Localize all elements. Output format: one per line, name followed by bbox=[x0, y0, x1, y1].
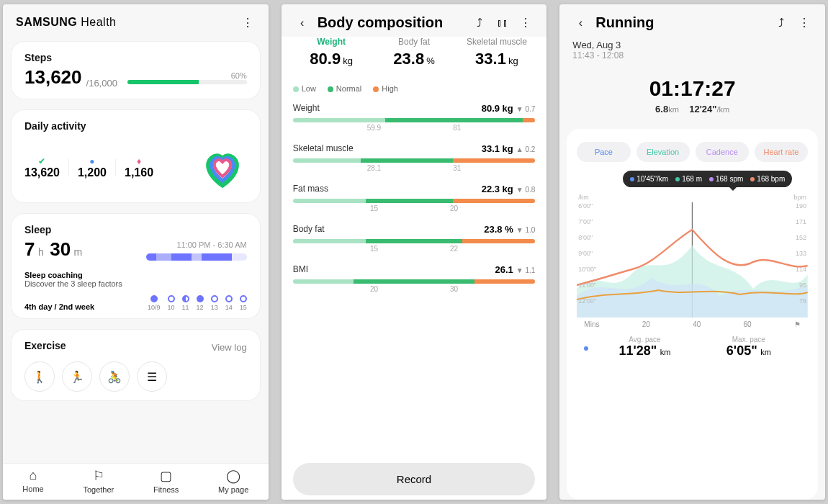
tab-pace[interactable]: Pace bbox=[577, 142, 630, 162]
more-exercises-button[interactable]: ☰ bbox=[137, 361, 167, 392]
flag-icon: ⚑ bbox=[794, 320, 801, 328]
share-icon[interactable]: ⤴ bbox=[773, 15, 789, 31]
brand-health: Health bbox=[81, 16, 116, 28]
tab-cadence[interactable]: Cadence bbox=[696, 142, 749, 162]
record-button[interactable]: Record bbox=[293, 463, 536, 495]
body-composition-screen: ‹ Body composition ⤴ ⫾⫾ ⋮ Weight 80.9kg … bbox=[282, 4, 547, 500]
run-date: Wed, Aug 3 bbox=[572, 40, 812, 50]
chart-tabs: Pace Elevation Cadence Heart rate bbox=[570, 138, 815, 166]
nav-mypage[interactable]: ◯ My page bbox=[218, 468, 248, 494]
nav-fitness[interactable]: ▢ Fitness bbox=[153, 468, 179, 494]
more-icon[interactable]: ⋮ bbox=[796, 15, 812, 31]
back-icon[interactable]: ‹ bbox=[294, 15, 310, 31]
max-pace-label: Max. pace bbox=[697, 336, 801, 343]
metric-row[interactable]: Body fat 23.8 %▼ 1.0 1522 bbox=[282, 220, 547, 260]
chart-icon[interactable]: ⫾⫾ bbox=[495, 15, 510, 31]
cycle-icon: 🚴 bbox=[107, 370, 122, 384]
video-icon: ▢ bbox=[160, 468, 172, 484]
run-header: ‹ Running ⤴ ⋮ bbox=[559, 4, 825, 37]
sleep-day-dot bbox=[150, 295, 158, 302]
page-title: Running bbox=[595, 14, 654, 31]
sleep-day-dot bbox=[211, 295, 218, 302]
running-screen: ‹ Running ⤴ ⋮ Wed, Aug 3 11:43 - 12:08 0… bbox=[559, 4, 825, 500]
exercise-title: Exercise bbox=[24, 340, 66, 351]
more-icon[interactable]: ⋮ bbox=[518, 15, 534, 31]
sleep-hours: 7 bbox=[24, 238, 35, 260]
sleep-day[interactable]: 10/9 bbox=[148, 295, 161, 311]
range-bar bbox=[293, 118, 536, 122]
steps-title: Steps bbox=[24, 52, 247, 63]
range-bar bbox=[293, 199, 536, 203]
sleep-bar bbox=[146, 253, 247, 261]
range-bar bbox=[293, 239, 536, 243]
list-icon: ☰ bbox=[147, 370, 157, 384]
home-header: SAMSUNG Health ⋮ bbox=[3, 4, 269, 36]
range-bar bbox=[293, 158, 536, 163]
view-log-link[interactable]: View log bbox=[212, 342, 247, 353]
flag-icon: ⚐ bbox=[93, 468, 104, 484]
metric-row[interactable]: Weight 80.9 kg▼ 0.7 59.981 bbox=[282, 99, 547, 139]
sleep-day[interactable]: 14 bbox=[225, 295, 233, 311]
run-button[interactable]: 🏃 bbox=[62, 361, 92, 392]
home-icon: ⌂ bbox=[30, 468, 37, 483]
activity-ring-icon bbox=[198, 143, 247, 192]
tab-heartrate[interactable]: Heart rate bbox=[755, 142, 808, 162]
sleep-day[interactable]: 11 bbox=[182, 295, 189, 311]
metrics-list: Weight 80.9 kg▼ 0.7 59.981 Skeletal musc… bbox=[282, 99, 547, 300]
run-summary: 01:17:27 6.8km 12'24"/km bbox=[559, 63, 825, 120]
app-brand: SAMSUNG Health bbox=[16, 16, 116, 29]
brand-samsung: SAMSUNG bbox=[16, 16, 77, 28]
clock-icon: ● bbox=[78, 156, 107, 166]
walk-button[interactable]: 🚶 bbox=[24, 361, 55, 392]
range-bar bbox=[293, 279, 536, 284]
share-icon[interactable]: ⤴ bbox=[472, 15, 487, 31]
sleep-minutes: 30 bbox=[50, 238, 71, 260]
bc-header: ‹ Body composition ⤴ ⫾⫾ ⋮ bbox=[282, 4, 547, 37]
sleep-coach-sub: Discover the 3 sleep factors bbox=[24, 279, 247, 288]
metric-row[interactable]: BMI 26.1▼ 1.1 2030 bbox=[282, 260, 547, 300]
sleep-day-dot bbox=[182, 295, 189, 302]
more-icon[interactable]: ⋮ bbox=[240, 14, 256, 30]
chart-tooltip: 10'45"/km 168 m 168 spm 168 bpm bbox=[623, 171, 792, 187]
flame-icon: ♦ bbox=[125, 156, 153, 166]
cycle-button[interactable]: 🚴 bbox=[99, 361, 130, 392]
multi-line-chart[interactable]: /km bpm 6'00"7'00"8'00"9'00"10'00"11'00"… bbox=[577, 202, 808, 318]
sleep-coach-progress: 4th day / 2nd week bbox=[24, 302, 94, 311]
person-icon: ◯ bbox=[226, 468, 240, 484]
run-time-range: 11:43 - 12:08 bbox=[572, 50, 812, 60]
nav-home[interactable]: ⌂ Home bbox=[22, 468, 43, 494]
bottom-nav: ⌂ Home ⚐ Together ▢ Fitness ◯ My page bbox=[3, 463, 269, 500]
run-distance: 6.8 bbox=[655, 104, 668, 114]
sleep-card[interactable]: Sleep 7 h 30 m 11:00 PM - 6:30 AM Sleep … bbox=[12, 214, 260, 318]
sleep-day[interactable]: 15 bbox=[240, 295, 247, 311]
run-icon: 🏃 bbox=[70, 370, 84, 384]
summary-bodyfat[interactable]: Body fat 23.8% bbox=[373, 37, 456, 68]
sleep-day[interactable]: 13 bbox=[211, 295, 218, 311]
steps-card[interactable]: Steps 13,620 /16,000 60% bbox=[12, 42, 260, 99]
legend: Low Normal High bbox=[282, 78, 547, 99]
tab-elevation[interactable]: Elevation bbox=[636, 142, 690, 162]
page-title: Body composition bbox=[318, 14, 443, 31]
back-icon[interactable]: ‹ bbox=[572, 15, 588, 31]
pace-summary: Avg. pace 11'28" km Max. pace 6'05" km bbox=[570, 328, 815, 366]
exercise-card[interactable]: Exercise View log 🚶 🏃 🚴 ☰ bbox=[12, 330, 260, 400]
steps-target: 16,000 bbox=[89, 78, 117, 89]
avg-pace: 11'28" bbox=[619, 343, 657, 358]
sleep-day-dot bbox=[168, 295, 175, 302]
steps-progress-bar bbox=[127, 80, 247, 84]
metric-row[interactable]: Fat mass 22.3 kg▼ 0.8 1520 bbox=[282, 179, 547, 220]
sleep-day[interactable]: 10 bbox=[168, 295, 175, 311]
summary-weight[interactable]: Weight 80.9kg bbox=[290, 37, 373, 68]
metric-row[interactable]: Skeletal muscle 33.1 kg▲ 0.2 28.131 bbox=[282, 139, 547, 179]
nav-together[interactable]: ⚐ Together bbox=[83, 468, 114, 494]
sleep-day-dot bbox=[225, 295, 233, 302]
daily-activity-card[interactable]: Daily activity ✔ 13,620 ● 1,200 ♦ 1,160 bbox=[12, 110, 260, 202]
summary-muscle[interactable]: Skeletal muscle 33.1kg bbox=[455, 37, 538, 68]
home-screen: SAMSUNG Health ⋮ Steps 13,620 /16,000 60… bbox=[3, 4, 269, 500]
avg-pace-label: Avg. pace bbox=[593, 336, 696, 343]
walk-icon: 🚶 bbox=[32, 370, 47, 384]
sleep-range: 11:00 PM - 6:30 AM bbox=[146, 240, 247, 249]
daily-active-time: 1,200 bbox=[78, 166, 107, 179]
sleep-title: Sleep bbox=[24, 224, 247, 235]
sleep-day[interactable]: 12 bbox=[197, 295, 204, 311]
